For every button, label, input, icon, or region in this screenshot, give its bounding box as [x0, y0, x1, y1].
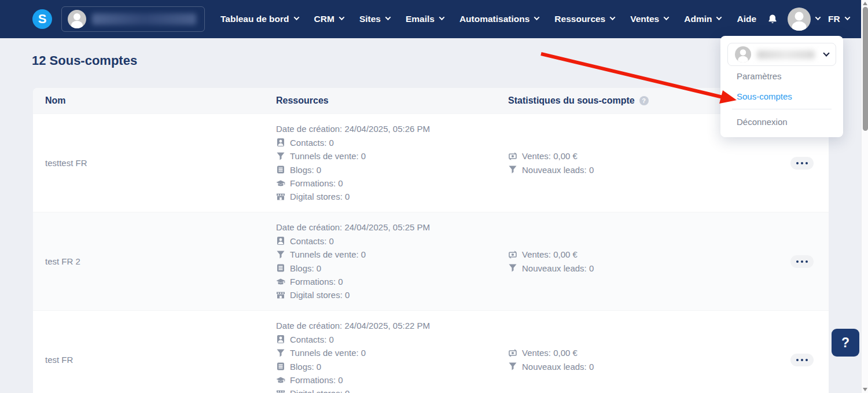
store-icon: [276, 192, 285, 201]
money-icon: [508, 250, 517, 259]
menu-item-sous-comptes[interactable]: Sous-comptes: [720, 86, 843, 106]
nav-label: Ressources: [554, 14, 605, 24]
funnels-count: Tunnels de vente: 0: [290, 248, 366, 261]
stores-count: Digital stores: 0: [290, 387, 350, 393]
menu-divider: [732, 109, 832, 109]
header-statistiques-label: Statistiques du sous-compte: [508, 96, 635, 106]
user-dropdown-menu: Paramètres Sous-comptes Déconnexion: [720, 36, 843, 137]
blog-icon: [276, 263, 285, 273]
account-switcher[interactable]: [727, 43, 836, 66]
nav-label: Ventes: [630, 14, 659, 24]
sales-value: Ventes: 0,00 €: [522, 248, 578, 261]
sales-value: Ventes: 0,00 €: [522, 346, 578, 359]
workspace-selector[interactable]: [61, 6, 205, 32]
contacts-count: Contacts: 0: [290, 136, 334, 149]
creation-date: Date de création: 24/04/2025, 05:22 PM: [276, 319, 508, 332]
chevron-down-icon: [439, 14, 444, 20]
nav-tableau-de-bord[interactable]: Tableau de bord: [220, 14, 299, 24]
page-title: 12 Sous-comptes: [32, 53, 137, 68]
stats-cell: Ventes: 0,00 € Nouveaux leads: 0: [508, 346, 728, 373]
contacts-count: Contacts: 0: [290, 234, 334, 248]
funnel-icon: [276, 348, 285, 358]
funnel-icon: [276, 152, 285, 161]
info-icon[interactable]: ?: [639, 96, 649, 105]
systeme-logo[interactable]: S: [32, 9, 52, 29]
courses-count: Formations: 0: [290, 177, 343, 190]
notifications-bell-icon[interactable]: [767, 13, 778, 25]
funnel-icon: [508, 362, 517, 371]
header-ressources: Ressources: [276, 96, 508, 106]
nav-ventes[interactable]: Ventes: [630, 14, 668, 24]
vertical-scrollbar[interactable]: [861, 0, 868, 393]
scrollbar-thumb[interactable]: [863, 7, 868, 131]
table-header-row: Nom Ressources Statistiques du sous-comp…: [33, 88, 829, 113]
sales-value: Ventes: 0,00 €: [522, 149, 578, 163]
store-icon: [276, 389, 285, 393]
contacts-icon: [276, 335, 285, 344]
nav-automatisations[interactable]: Automatisations: [459, 14, 539, 24]
creation-date: Date de création: 24/04/2025, 05:25 PM: [276, 221, 508, 234]
stores-count: Digital stores: 0: [290, 288, 350, 302]
table-row: test FR Date de création: 24/04/2025, 05…: [33, 310, 829, 393]
workspace-name-redacted: [92, 13, 196, 25]
user-avatar-icon: [788, 8, 811, 31]
nav-label: Tableau de bord: [220, 14, 289, 24]
chevron-down-icon: [385, 14, 391, 20]
nav-crm[interactable]: CRM: [314, 14, 344, 24]
scroll-down-arrow-icon[interactable]: [863, 388, 867, 391]
store-icon: [276, 291, 285, 300]
chevron-down-icon: [339, 14, 344, 20]
nav-sites[interactable]: Sites: [359, 14, 390, 24]
nav-label: Automatisations: [459, 14, 529, 24]
nav-label: Aide: [737, 14, 756, 24]
subaccounts-table: Nom Ressources Statistiques du sous-comp…: [33, 88, 829, 393]
help-button[interactable]: ?: [832, 329, 859, 357]
blogs-count: Blogs: 0: [290, 163, 321, 177]
leads-value: Nouveaux leads: 0: [522, 163, 594, 177]
blogs-count: Blogs: 0: [290, 360, 321, 373]
funnel-icon: [508, 165, 517, 174]
nav-label: CRM: [314, 14, 334, 24]
menu-item-parametres[interactable]: Paramètres: [720, 66, 843, 86]
money-icon: [508, 348, 517, 358]
language-selector[interactable]: FR: [828, 14, 849, 24]
subaccount-name: testtest FR: [33, 158, 276, 168]
account-name-redacted: [757, 50, 815, 59]
graduation-cap-icon: [276, 277, 285, 287]
chevron-down-icon: [610, 14, 616, 20]
nav-emails[interactable]: Emails: [406, 14, 444, 24]
nav-aide[interactable]: Aide: [737, 14, 756, 24]
contacts-icon: [276, 138, 285, 147]
graduation-cap-icon: [276, 179, 285, 188]
top-navigation-bar: S Tableau de bord CRM Sites Emails: [0, 0, 861, 38]
row-actions-button[interactable]: [790, 354, 814, 366]
table-row: testtest FR Date de création: 24/04/2025…: [33, 113, 829, 212]
chevron-down-icon: [664, 14, 670, 20]
chevron-down-icon: [716, 14, 722, 20]
stats-cell: Ventes: 0,00 € Nouveaux leads: 0: [508, 149, 728, 177]
nav-ressources[interactable]: Ressources: [554, 14, 615, 24]
chevron-down-icon: [293, 14, 299, 20]
language-code: FR: [828, 14, 840, 24]
blog-icon: [276, 165, 285, 174]
courses-count: Formations: 0: [290, 373, 343, 387]
blog-icon: [276, 362, 285, 371]
blogs-count: Blogs: 0: [290, 262, 321, 275]
funnels-count: Tunnels de vente: 0: [290, 346, 366, 359]
contacts-count: Contacts: 0: [290, 333, 334, 346]
row-actions-button[interactable]: [790, 255, 814, 268]
menu-item-deconnexion[interactable]: Déconnexion: [720, 112, 843, 132]
row-actions-button[interactable]: [790, 157, 814, 170]
user-menu-trigger[interactable]: [788, 8, 820, 31]
resources-cell: Date de création: 24/04/2025, 05:22 PM C…: [276, 319, 508, 393]
scroll-up-arrow-icon[interactable]: [863, 2, 867, 5]
account-avatar-icon: [735, 46, 751, 63]
funnel-icon: [508, 263, 517, 273]
main-nav: Tableau de bord CRM Sites Emails Automat…: [205, 8, 849, 31]
money-icon: [508, 152, 517, 161]
app-window: S Tableau de bord CRM Sites Emails: [0, 0, 868, 393]
header-nom: Nom: [33, 96, 276, 106]
contacts-icon: [276, 236, 285, 245]
nav-label: Admin: [684, 14, 712, 24]
nav-admin[interactable]: Admin: [684, 14, 721, 24]
